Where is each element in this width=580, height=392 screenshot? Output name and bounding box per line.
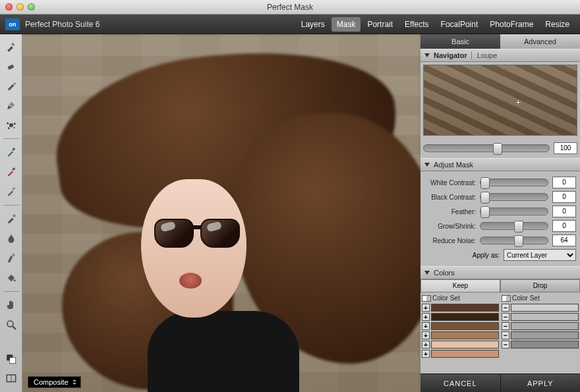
zoom-slider-row: 100 — [420, 138, 580, 158]
brand-logo-icon: on — [5, 18, 20, 30]
swatch-toggle[interactable] — [2, 350, 20, 368]
module-tab-resize[interactable]: Resize — [540, 17, 575, 32]
loupe-preview[interactable]: + — [423, 65, 577, 136]
loupe-tab[interactable]: Loupe — [471, 51, 498, 59]
add-swatch-button[interactable]: + — [422, 331, 430, 339]
color-swatch[interactable] — [431, 313, 499, 321]
adjust-mask-title: Adjust Mask — [434, 161, 473, 169]
bucket-tool[interactable] — [2, 269, 20, 287]
remove-swatch-button[interactable]: − — [502, 341, 509, 349]
apply-as-label: Apply as: — [473, 252, 500, 259]
adjust-slider[interactable] — [480, 237, 548, 244]
svg-point-2 — [7, 123, 9, 125]
brush-tool[interactable] — [2, 37, 20, 55]
apply-button[interactable]: APPLY — [500, 374, 581, 392]
color-swatch[interactable] — [511, 341, 579, 349]
swatch-row: + — [422, 350, 499, 358]
module-tab-photoframe[interactable]: PhotoFrame — [484, 17, 538, 32]
add-swatch-button[interactable]: + — [422, 313, 430, 321]
add-swatch-button[interactable]: + — [422, 322, 430, 330]
drop-brush-tool[interactable] — [2, 229, 20, 248]
cancel-button[interactable]: CANCEL — [420, 374, 500, 392]
navigator-panel-header[interactable]: Navigator Loupe — [420, 49, 580, 62]
add-swatch-button[interactable]: + — [422, 304, 430, 312]
zoom-window-button[interactable] — [28, 3, 35, 11]
adjust-value[interactable]: 0 — [552, 206, 576, 217]
crayon-tool[interactable] — [2, 76, 20, 95]
svg-rect-10 — [11, 254, 14, 257]
adjust-mask-panel-header[interactable]: Adjust Mask — [420, 158, 580, 171]
chisel-tool[interactable] — [2, 249, 20, 267]
close-window-button[interactable] — [5, 3, 13, 11]
minimize-window-button[interactable] — [16, 3, 24, 11]
adjust-value[interactable]: 0 — [552, 177, 576, 188]
view-grid-toggle[interactable] — [2, 370, 20, 388]
adjust-slider[interactable] — [480, 222, 548, 230]
module-tabs: LayersMaskPortraitEffectsFocalPointPhoto… — [296, 17, 575, 32]
adjust-slider[interactable] — [480, 179, 548, 186]
keep-tab[interactable]: Keep — [420, 279, 500, 293]
eraser-tool[interactable] — [2, 57, 20, 75]
eyedropper-keep-tool[interactable] — [2, 143, 20, 161]
adjust-slider[interactable] — [480, 208, 548, 215]
svg-point-1 — [9, 123, 13, 127]
adjust-value[interactable]: 64 — [552, 235, 576, 246]
swatch-row: + — [422, 331, 499, 339]
adjust-row: Reduce Noise:64 — [424, 235, 576, 246]
color-swatch[interactable] — [511, 331, 579, 339]
right-tab-basic[interactable]: Basic — [420, 34, 500, 49]
pen-tool[interactable] — [2, 96, 20, 115]
color-swatch[interactable] — [511, 322, 579, 330]
color-set-label: Color Set — [432, 294, 460, 302]
add-swatch-button[interactable]: + — [422, 350, 430, 358]
pan-tool[interactable] — [2, 296, 20, 314]
color-swatch[interactable] — [431, 322, 499, 330]
image-canvas[interactable] — [22, 34, 420, 392]
tool-strip — [0, 34, 22, 392]
refine-brush-tool[interactable] — [2, 210, 20, 228]
remove-swatch-button[interactable]: − — [502, 313, 509, 321]
adjust-value[interactable]: 0 — [552, 220, 576, 232]
adjust-value[interactable]: 0 — [552, 191, 576, 203]
color-swatch[interactable] — [431, 331, 499, 339]
shirt-shape — [148, 311, 299, 392]
swatch-row: − — [502, 313, 579, 321]
color-swatch[interactable] — [431, 304, 499, 312]
footer-buttons: CANCEL APPLY — [420, 374, 580, 392]
adjust-label: White Contrast: — [424, 179, 476, 186]
adjust-row: White Contrast:0 — [424, 177, 576, 188]
remove-swatch-button[interactable]: − — [502, 331, 509, 339]
color-swatch[interactable] — [431, 350, 499, 358]
keep-column: Color Set++++++ — [420, 293, 500, 374]
color-swatch[interactable] — [511, 304, 579, 312]
module-tab-layers[interactable]: Layers — [296, 17, 330, 32]
lips-shape — [179, 273, 202, 289]
drop-tab[interactable]: Drop — [500, 279, 580, 293]
color-swatch[interactable] — [431, 341, 499, 349]
zoom-value[interactable]: 100 — [554, 142, 577, 154]
module-tab-mask[interactable]: Mask — [332, 17, 361, 32]
view-mode-select[interactable]: Composite — [28, 376, 81, 388]
remove-swatch-button[interactable]: − — [502, 304, 509, 312]
module-tab-focalpoint[interactable]: FocalPoint — [436, 17, 484, 32]
right-tab-advanced[interactable]: Advanced — [500, 34, 580, 49]
disclosure-triangle-icon — [424, 271, 430, 275]
color-swatch[interactable] — [511, 313, 579, 321]
colors-panel-header[interactable]: Colors — [420, 266, 580, 279]
svg-rect-7 — [12, 167, 15, 171]
add-swatch-button[interactable]: + — [422, 341, 430, 349]
zoom-tool[interactable] — [2, 316, 20, 334]
right-panel: BasicAdvanced Navigator Loupe + 100 Adju… — [420, 34, 580, 392]
svg-rect-8 — [12, 187, 15, 190]
apply-as-select[interactable]: Current Layer — [504, 249, 576, 261]
eyedropper-drop-tool[interactable] — [2, 163, 20, 181]
navigator-tab[interactable]: Navigator — [434, 51, 467, 59]
splatter-tool[interactable] — [2, 116, 20, 134]
module-tab-effects[interactable]: Effects — [399, 17, 434, 32]
module-tab-portrait[interactable]: Portrait — [362, 17, 398, 32]
adjust-slider[interactable] — [480, 193, 548, 201]
remove-swatch-button[interactable]: − — [502, 322, 509, 330]
zoom-slider[interactable] — [423, 144, 550, 152]
color-picker-tool[interactable] — [2, 182, 20, 201]
macos-titlebar: Perfect Mask — [0, 0, 580, 14]
